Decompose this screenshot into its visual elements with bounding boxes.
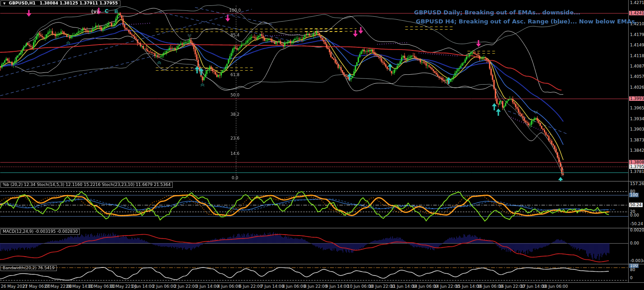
wave-v-label: (v): [91, 9, 99, 14]
wave-ii-label: ii: [115, 9, 118, 14]
dropdown-arrow-icon[interactable]: ▼: [3, 2, 5, 5]
pb-axis-label: -50.24: [630, 222, 643, 226]
pb-axis-label: 157.26: [630, 181, 644, 186]
time-label: 9 Jun 14:00: [326, 284, 349, 289]
time-label: 2 Jun 22:00: [174, 284, 197, 289]
time-label: 7 Jun 14:00: [261, 284, 284, 289]
time-label: 1 Jun 14:00: [131, 284, 154, 289]
pb-axis-label: 100: [629, 193, 639, 197]
panel-separator[interactable]: [0, 228, 644, 228]
pb-axis-label: 0.00: [630, 213, 639, 218]
price-label: 1.41490: [630, 43, 644, 47]
price-label: 1.40260: [630, 85, 644, 90]
price-label: 1.37810: [630, 169, 644, 174]
price-label: 1.37955: [629, 164, 644, 169]
macd-indicator-label: MACD(12,24,9) -0.003195 -0.002830: [0, 229, 80, 235]
price-label: 1.38730: [630, 138, 644, 142]
price-label: 1.38425: [630, 148, 644, 153]
price-label: 1.38087: [629, 160, 644, 164]
bw-axis-label: 80: [630, 267, 635, 272]
price-label: 1.39035: [630, 127, 644, 131]
price-label: 1.41180: [630, 54, 644, 58]
time-axis[interactable]: 26 May 202127 May 06:0027 May 22:0028 Ma…: [0, 283, 644, 290]
bw-axis-label: 0: [630, 276, 633, 280]
price-label: 1.41795: [630, 32, 644, 37]
macd-axis-label: 0.002048: [630, 228, 644, 232]
mt4-chart-window: ▼ GBPUSD,H1 1.38084 1.38125 1.37911 1.37…: [0, 0, 644, 290]
price-label: 1.42715: [630, 0, 644, 5]
time-label: 2 Jun 06:00: [152, 284, 175, 289]
bandwidth-indicator-label: Bandwidth(20,2) 76.5419: [0, 265, 57, 271]
chart-canvas[interactable]: [0, 0, 628, 283]
macd-axis-label: 0.00: [630, 241, 639, 245]
pb-axis-label: 50.24: [629, 203, 643, 207]
ohlc-values: 1.38084 1.38125 1.37911 1.37955: [40, 1, 118, 5]
price-label: 1.40570: [630, 74, 644, 79]
time-label: 8 Jun 22:00: [304, 284, 327, 289]
panel-separator[interactable]: [0, 181, 644, 181]
time-label: 6 Jun 22:00: [239, 284, 262, 289]
macd-axis-label: -0.003445: [630, 258, 644, 263]
price-label: 1.39345: [630, 117, 644, 121]
price-label: 1.39934: [629, 96, 644, 101]
time-label: 18 Jun 06:00: [542, 284, 568, 289]
symbol-title-box[interactable]: ▼ GBPUSD,H1 1.38084 1.38125 1.37911 1.37…: [0, 0, 120, 6]
annotation-daily: GBPUSD Daily; Breaking out of EMAs.. dow…: [414, 9, 580, 16]
annotation-h4: GBPUSD H4; Breaking out of Asc. Range (b…: [416, 18, 637, 25]
time-label: 4 Jun 06:00: [217, 284, 240, 289]
price-label: 1.39650: [630, 106, 644, 110]
pb-indicator-label: %b (20,2) 12.34 Stoch(14,5,3) 12.1160 15…: [0, 182, 173, 188]
price-axis[interactable]: 1.427151.424181.421001.417951.414901.411…: [628, 0, 644, 283]
time-label: 3 Jun 14:00: [196, 284, 219, 289]
time-label: 8 Jun 06:00: [282, 284, 305, 289]
symbol-label: GBPUSD,H1: [9, 1, 36, 5]
price-label: 1.40875: [630, 64, 644, 68]
wave-c-label: C: [105, 8, 109, 14]
panel-separator[interactable]: [0, 282, 644, 283]
panel-separator[interactable]: [0, 264, 644, 264]
price-label: 1.42418: [629, 11, 644, 15]
wave-count-markers: (v) C ii: [91, 8, 122, 14]
